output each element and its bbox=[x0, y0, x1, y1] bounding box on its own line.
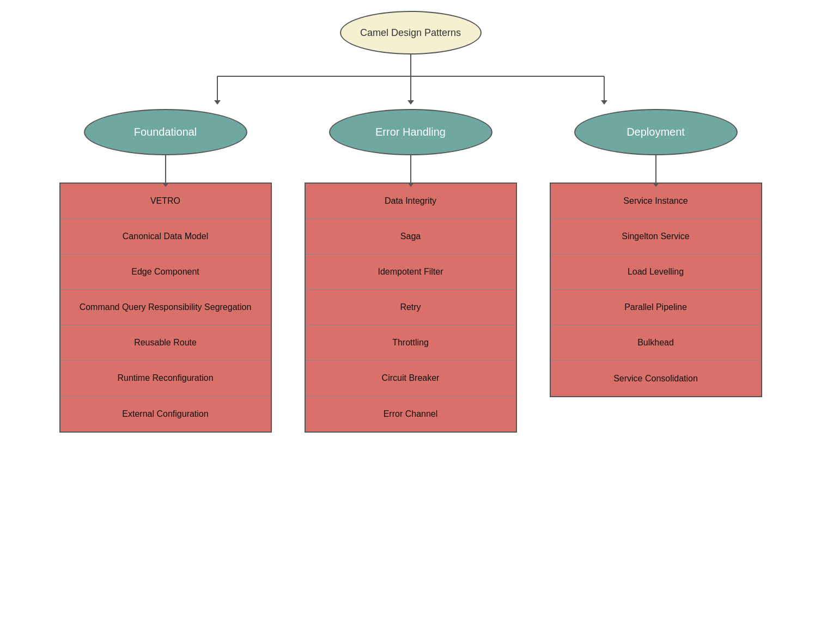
list-item: Bulkhead bbox=[551, 325, 761, 361]
category-label-foundational: Foundational bbox=[134, 126, 197, 138]
list-item: Error Channel bbox=[306, 396, 516, 432]
item-table-error-handling: Data IntegritySagaIdempotent FilterRetry… bbox=[305, 183, 517, 433]
arrow-error-handling bbox=[410, 155, 411, 183]
list-item: Load Levelling bbox=[551, 254, 761, 290]
svg-marker-5 bbox=[408, 100, 414, 105]
list-item: Service Instance bbox=[551, 184, 761, 219]
category-ellipse-error-handling: Error Handling bbox=[329, 109, 492, 155]
list-item: Circuit Breaker bbox=[306, 361, 516, 396]
column-error-handling: Error HandlingData IntegritySagaIdempote… bbox=[305, 109, 517, 433]
svg-marker-3 bbox=[214, 100, 221, 105]
svg-marker-8 bbox=[601, 100, 607, 105]
list-item: Edge Component bbox=[60, 254, 271, 290]
item-table-foundational: VETROCanonical Data ModelEdge ComponentC… bbox=[59, 183, 272, 433]
category-ellipse-foundational: Foundational bbox=[84, 109, 247, 155]
root-ellipse: Camel Design Patterns bbox=[340, 11, 482, 54]
list-item: Reusable Route bbox=[60, 325, 271, 361]
category-ellipse-deployment: Deployment bbox=[574, 109, 738, 155]
root-label: Camel Design Patterns bbox=[360, 27, 461, 39]
list-item: Runtime Reconfiguration bbox=[60, 361, 271, 396]
list-item: External Configuration bbox=[60, 396, 271, 432]
diagram-container: Camel Design Patterns FoundationalVETROC… bbox=[13, 11, 808, 433]
item-table-deployment: Service InstanceSingelton ServiceLoad Le… bbox=[550, 183, 762, 397]
list-item: VETRO bbox=[60, 184, 271, 219]
category-label-deployment: Deployment bbox=[627, 126, 685, 138]
list-item: Command Query Responsibility Segregation bbox=[60, 290, 271, 325]
list-item: Idempotent Filter bbox=[306, 254, 516, 290]
list-item: Parallel Pipeline bbox=[551, 290, 761, 325]
columns-row: FoundationalVETROCanonical Data ModelEdg… bbox=[59, 109, 762, 433]
list-item: Canonical Data Model bbox=[60, 219, 271, 254]
list-item: Data Integrity bbox=[306, 184, 516, 219]
column-foundational: FoundationalVETROCanonical Data ModelEdg… bbox=[59, 109, 272, 433]
list-item: Service Consolidation bbox=[551, 361, 761, 396]
connector-svg bbox=[111, 54, 710, 109]
root-connectors bbox=[111, 54, 710, 109]
column-deployment: DeploymentService InstanceSingelton Serv… bbox=[550, 109, 762, 397]
list-item: Singelton Service bbox=[551, 219, 761, 254]
category-label-error-handling: Error Handling bbox=[375, 126, 446, 138]
list-item: Saga bbox=[306, 219, 516, 254]
list-item: Throttling bbox=[306, 325, 516, 361]
arrow-deployment bbox=[655, 155, 656, 183]
list-item: Retry bbox=[306, 290, 516, 325]
arrow-foundational bbox=[165, 155, 166, 183]
